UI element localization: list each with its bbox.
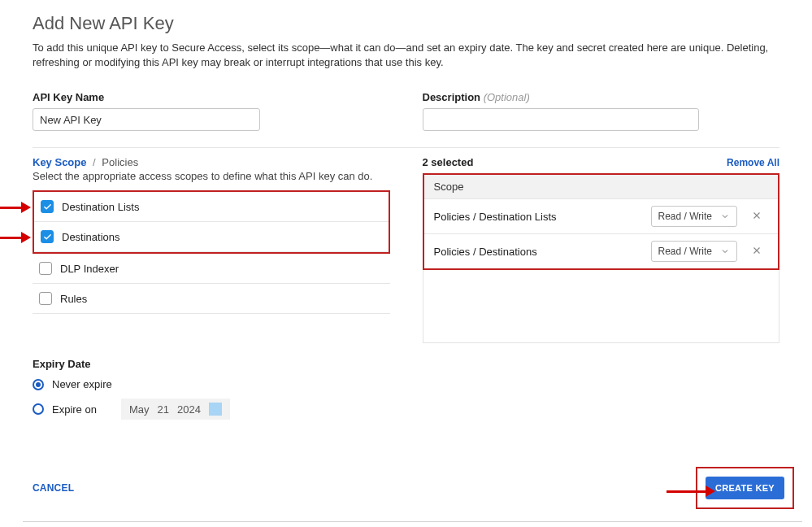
scope-label: DLP Indexer bbox=[60, 263, 119, 275]
scope-item-destination-lists[interactable]: Destination Lists bbox=[34, 192, 389, 222]
api-key-name-label: API Key Name bbox=[33, 91, 390, 103]
annotation-arrow-icon bbox=[667, 486, 715, 497]
scope-item-dlp-indexer[interactable]: DLP Indexer bbox=[33, 254, 390, 284]
scope-label: Destinations bbox=[62, 231, 120, 243]
selected-header: Scope bbox=[424, 175, 779, 198]
cancel-button[interactable]: CANCEL bbox=[33, 482, 74, 494]
scope-item-destinations[interactable]: Destinations bbox=[34, 222, 389, 252]
description-optional: (Optional) bbox=[484, 91, 530, 103]
permission-value: Read / Write bbox=[658, 211, 712, 222]
breadcrumb: Key Scope / Policies bbox=[33, 156, 390, 168]
remove-row-button[interactable] bbox=[745, 245, 768, 259]
expiry-never-row[interactable]: Never expire bbox=[33, 378, 390, 390]
selected-row: Policies / Destination Lists Read / Writ… bbox=[424, 198, 779, 233]
remove-row-button[interactable] bbox=[745, 210, 768, 224]
calendar-icon[interactable] bbox=[209, 403, 222, 416]
date-day: 21 bbox=[157, 403, 168, 416]
breadcrumb-root[interactable]: Key Scope bbox=[33, 156, 86, 168]
selected-row: Policies / Destinations Read / Write bbox=[424, 233, 779, 268]
selected-empty-area bbox=[423, 270, 780, 343]
selected-highlight-box: Scope Policies / Destination Lists Read … bbox=[423, 173, 780, 270]
description-label: Description (Optional) bbox=[423, 91, 780, 103]
selected-count: 2 selected bbox=[423, 156, 474, 168]
permission-value: Read / Write bbox=[658, 246, 712, 257]
date-month: May bbox=[129, 403, 150, 416]
selected-row-name: Policies / Destination Lists bbox=[434, 211, 643, 223]
page-title: Add New API Key bbox=[33, 13, 779, 34]
description-input[interactable] bbox=[423, 108, 699, 131]
close-icon bbox=[751, 210, 762, 221]
annotation-arrow-icon bbox=[0, 202, 31, 213]
radio-selected-icon[interactable] bbox=[33, 379, 44, 390]
annotation-arrow-icon bbox=[0, 232, 31, 243]
description-label-text: Description bbox=[423, 91, 481, 103]
checkbox-unchecked-icon[interactable] bbox=[39, 262, 52, 275]
checkbox-checked-icon[interactable] bbox=[41, 200, 54, 213]
date-year: 2024 bbox=[177, 403, 201, 416]
checkbox-unchecked-icon[interactable] bbox=[39, 292, 52, 305]
close-icon bbox=[751, 245, 762, 256]
page-description: To add this unique API key to Secure Acc… bbox=[33, 41, 779, 70]
chevron-down-icon bbox=[720, 246, 730, 256]
scope-label: Destination Lists bbox=[62, 201, 139, 213]
expiry-on-label: Expire on bbox=[52, 403, 97, 416]
expiry-never-label: Never expire bbox=[52, 378, 112, 390]
breadcrumb-leaf: Policies bbox=[102, 156, 138, 168]
expiry-date-picker[interactable]: May 21 2024 bbox=[121, 399, 230, 420]
divider bbox=[33, 147, 779, 148]
expiry-on-row[interactable]: Expire on May 21 2024 bbox=[33, 399, 390, 420]
radio-unselected-icon[interactable] bbox=[33, 403, 44, 415]
permission-select[interactable]: Read / Write bbox=[651, 241, 737, 262]
remove-all-link[interactable]: Remove All bbox=[727, 157, 779, 168]
expiry-label: Expiry Date bbox=[33, 358, 390, 370]
scope-highlight-box: Destination Lists Destinations bbox=[33, 190, 390, 254]
chevron-down-icon bbox=[720, 211, 730, 221]
checkbox-checked-icon[interactable] bbox=[41, 230, 54, 243]
scope-label: Rules bbox=[60, 293, 87, 305]
breadcrumb-sep: / bbox=[89, 156, 99, 168]
bottom-divider bbox=[23, 521, 802, 522]
create-key-button[interactable]: CREATE KEY bbox=[706, 477, 784, 499]
api-key-name-input[interactable] bbox=[33, 108, 260, 131]
selected-row-name: Policies / Destinations bbox=[434, 246, 643, 258]
scope-hint: Select the appropriate access scopes to … bbox=[33, 170, 390, 182]
scope-item-rules[interactable]: Rules bbox=[33, 284, 390, 314]
permission-select[interactable]: Read / Write bbox=[651, 206, 737, 227]
